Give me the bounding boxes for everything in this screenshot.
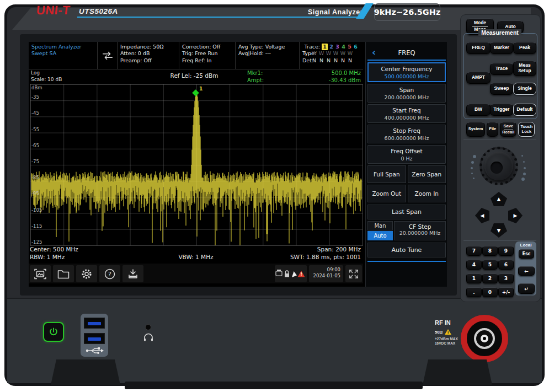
y-tick: -115	[31, 223, 42, 229]
marker-ampt-label: Ampt:	[247, 77, 264, 84]
softkey-center-frequency[interactable]: Center Frequency 500.000000 MHz	[367, 62, 446, 82]
key-7[interactable]: 7	[466, 246, 482, 256]
trace-5-chip[interactable]: 5	[347, 44, 353, 50]
key-2[interactable]: 2	[482, 273, 498, 283]
key-6[interactable]: 6	[498, 260, 514, 270]
softkey-start-freq[interactable]: Start Freq 400.000000 MHz	[367, 104, 446, 123]
rf-connector-center-pin	[481, 335, 488, 342]
key-1[interactable]: 1	[466, 273, 482, 283]
key-9[interactable]: 9	[498, 246, 514, 256]
touch-lock-key[interactable]: Touch Lock	[518, 122, 535, 137]
continuous-sweep-icon[interactable]	[97, 42, 117, 69]
trace-3-chip[interactable]: 3	[334, 44, 340, 50]
status-trigger: Trig: Free Run	[182, 50, 232, 57]
softkey-span[interactable]: Span 200.000000 MHz	[367, 84, 446, 103]
default-key[interactable]: Default	[513, 104, 536, 116]
key-0[interactable]: 0	[482, 287, 498, 297]
marker-readout: Mkr1: 500.0 MHz Ampt: -30.43 dBm	[247, 69, 361, 84]
save-download-button[interactable]	[122, 265, 143, 282]
lock-icon	[285, 273, 289, 277]
enter-key[interactable]: ↵	[518, 283, 535, 294]
accent-line	[77, 17, 361, 18]
trace-type-row: Type: WWWWWW	[302, 50, 360, 57]
key-dot[interactable]: .	[466, 287, 482, 297]
screenshot-button[interactable]	[30, 265, 51, 282]
cf-step-auto-toggle[interactable]: Auto	[367, 231, 393, 240]
save-recall-key[interactable]: Save Recall	[500, 122, 516, 137]
status-avg-hold: Avg|Hold: ---	[238, 50, 296, 57]
storage-icon	[276, 271, 282, 276]
trace-2-chip[interactable]: 2	[328, 44, 334, 50]
frequency-range: 9kHz~26.5GHz	[374, 3, 440, 21]
status-atten: Atten: 0 dB	[120, 50, 176, 57]
y-tick: -85	[31, 175, 39, 180]
system-key[interactable]: System	[466, 122, 486, 137]
softkey-zoom-in[interactable]: Zoom In	[408, 185, 446, 202]
settings-gear-icon[interactable]	[76, 265, 97, 282]
trace-table: Trace: 1 2 3 4 5 6 Type: WWWWWW Det: NNN…	[299, 42, 363, 69]
key-plusminus[interactable]: +/-	[498, 287, 514, 297]
menu-title: FREQ	[398, 49, 415, 57]
key-8[interactable]: 8	[482, 246, 498, 256]
mode-title: Spectrum Analyzer Swept SA	[29, 42, 97, 69]
datetime[interactable]: 09:00 2024-01-05	[309, 265, 343, 282]
storage-icon-cap	[277, 270, 281, 271]
key-4[interactable]: 4	[466, 260, 482, 270]
trace-4-chip[interactable]: 4	[340, 44, 347, 50]
status-icons: !	[275, 265, 307, 282]
spectrum-plot: dBm -35 -45 -55 -65 -75 -85 -95 -105 -11…	[30, 84, 363, 246]
esc-key[interactable]: Esc	[519, 249, 534, 259]
bw-key[interactable]: BW	[466, 104, 491, 116]
softkey-last-span[interactable]: Last Span	[367, 205, 446, 219]
ref-level-readout: Ref Lel: -25 dBm	[128, 72, 260, 79]
trace-1-chip[interactable]: 1	[322, 44, 328, 50]
softkey-auto-tune[interactable]: Auto Tune	[367, 243, 446, 257]
fullscreen-expand-icon[interactable]	[345, 265, 362, 282]
usb-port-1	[84, 318, 105, 329]
softkey-full-span[interactable]: Full Span	[367, 165, 406, 183]
sweep-key[interactable]: Sweep	[490, 83, 513, 95]
rf-impedance-row: 50Ω !	[435, 329, 451, 335]
softkey-freq-offset[interactable]: Freq Offset 0 Hz	[367, 145, 446, 164]
ampt-key[interactable]: AMPT	[466, 72, 491, 84]
single-key[interactable]: Single	[513, 83, 536, 95]
trigger-key[interactable]: Trigger	[490, 104, 513, 116]
key-3[interactable]: 3	[498, 273, 514, 283]
key-5[interactable]: 5	[482, 260, 498, 270]
marker-key[interactable]: Marker	[490, 42, 513, 54]
file-key[interactable]: File	[487, 122, 498, 137]
backspace-key[interactable]: ←	[518, 266, 535, 276]
local-label: Local	[515, 243, 536, 248]
marker-freq: 500.0 MHz	[332, 69, 361, 77]
status-impedance: Impedance: 50Ω	[120, 44, 176, 50]
softkey-zero-span[interactable]: Zero Span	[408, 165, 446, 183]
folder-button[interactable]	[53, 265, 74, 282]
power-button[interactable]	[43, 322, 64, 342]
det-row-label: Det:	[302, 57, 310, 64]
menu-header: ‹ FREQ	[367, 46, 446, 61]
spectrum-trace	[30, 84, 363, 245]
system-key-row: System File Save Recall Touch Lock	[461, 122, 540, 137]
status-freq-ref: Freq Ref: In	[182, 57, 232, 64]
trace-6-chip[interactable]: 6	[353, 44, 359, 50]
status-impedance-block: Impedance: 50Ω Atten: 0 dB Preamp: Off	[117, 42, 179, 69]
menu-back-chevron-icon[interactable]: ‹	[372, 47, 376, 58]
freq-key[interactable]: FREQ	[466, 42, 491, 54]
softkey-zoom-out[interactable]: Zoom Out	[367, 185, 406, 202]
rf-warning-icon: !	[445, 329, 451, 335]
screen-toolbar: ? !	[29, 264, 363, 283]
cf-step-man-toggle[interactable]: Man	[367, 221, 393, 230]
help-button[interactable]: ?	[99, 265, 120, 282]
softkey-cf-step[interactable]: Man Auto CF Step 20.000000 MHz	[367, 221, 446, 240]
clock-date: 2024-01-05	[309, 273, 340, 279]
rf-in-label: RF IN	[435, 319, 451, 326]
device-foot-left	[51, 359, 120, 385]
rf-max-power: +27dBm MAX	[435, 337, 458, 341]
status-correction-block: Correction: Off Trig: Free Run Freq Ref:…	[179, 42, 235, 69]
softkey-stop-freq[interactable]: Stop Freq 600.000000 MHz	[367, 125, 446, 143]
trace-key[interactable]: Trace	[490, 63, 513, 75]
status-avg-type: Avg Type: Voltage	[238, 44, 296, 50]
scale-log: Log	[31, 70, 62, 77]
peak-key[interactable]: Peak	[513, 42, 536, 54]
meas-setup-key[interactable]: Meas Setup	[513, 61, 536, 76]
